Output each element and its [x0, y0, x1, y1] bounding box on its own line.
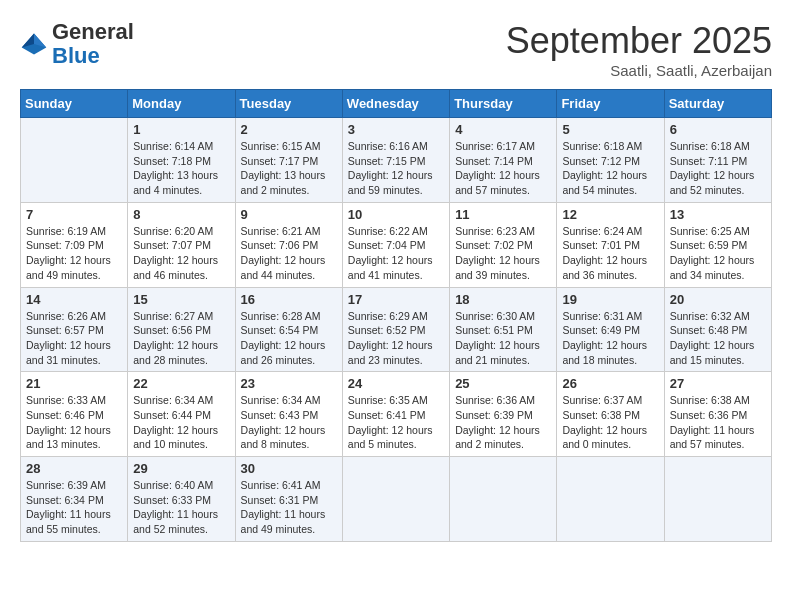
- sunset-text: Sunset: 7:09 PM: [26, 238, 122, 253]
- header-thursday: Thursday: [450, 90, 557, 118]
- sunrise-text: Sunrise: 6:35 AM: [348, 393, 444, 408]
- page-header: General Blue September 2025 Saatli, Saat…: [20, 20, 772, 79]
- daylight-text: Daylight: 12 hours and 39 minutes.: [455, 253, 551, 282]
- daylight-text: Daylight: 13 hours and 2 minutes.: [241, 168, 337, 197]
- day-info: Sunrise: 6:37 AMSunset: 6:38 PMDaylight:…: [562, 393, 658, 452]
- day-info: Sunrise: 6:30 AMSunset: 6:51 PMDaylight:…: [455, 309, 551, 368]
- sunrise-text: Sunrise: 6:32 AM: [670, 309, 766, 324]
- header-saturday: Saturday: [664, 90, 771, 118]
- calendar-cell: 16Sunrise: 6:28 AMSunset: 6:54 PMDayligh…: [235, 287, 342, 372]
- daylight-text: Daylight: 12 hours and 46 minutes.: [133, 253, 229, 282]
- day-info: Sunrise: 6:19 AMSunset: 7:09 PMDaylight:…: [26, 224, 122, 283]
- logo-text: General Blue: [52, 20, 134, 68]
- day-number: 7: [26, 207, 122, 222]
- calendar-cell: 12Sunrise: 6:24 AMSunset: 7:01 PMDayligh…: [557, 202, 664, 287]
- daylight-text: Daylight: 12 hours and 49 minutes.: [26, 253, 122, 282]
- sunset-text: Sunset: 6:46 PM: [26, 408, 122, 423]
- daylight-text: Daylight: 12 hours and 44 minutes.: [241, 253, 337, 282]
- sunset-text: Sunset: 7:02 PM: [455, 238, 551, 253]
- daylight-text: Daylight: 12 hours and 21 minutes.: [455, 338, 551, 367]
- day-info: Sunrise: 6:23 AMSunset: 7:02 PMDaylight:…: [455, 224, 551, 283]
- sunrise-text: Sunrise: 6:40 AM: [133, 478, 229, 493]
- sunset-text: Sunset: 7:06 PM: [241, 238, 337, 253]
- calendar-week-row: 28Sunrise: 6:39 AMSunset: 6:34 PMDayligh…: [21, 457, 772, 542]
- daylight-text: Daylight: 12 hours and 52 minutes.: [670, 168, 766, 197]
- calendar-cell: 11Sunrise: 6:23 AMSunset: 7:02 PMDayligh…: [450, 202, 557, 287]
- day-number: 25: [455, 376, 551, 391]
- day-info: Sunrise: 6:14 AMSunset: 7:18 PMDaylight:…: [133, 139, 229, 198]
- header-tuesday: Tuesday: [235, 90, 342, 118]
- sunrise-text: Sunrise: 6:34 AM: [241, 393, 337, 408]
- day-info: Sunrise: 6:15 AMSunset: 7:17 PMDaylight:…: [241, 139, 337, 198]
- sunrise-text: Sunrise: 6:37 AM: [562, 393, 658, 408]
- day-number: 14: [26, 292, 122, 307]
- day-number: 29: [133, 461, 229, 476]
- calendar-cell: 13Sunrise: 6:25 AMSunset: 6:59 PMDayligh…: [664, 202, 771, 287]
- sunset-text: Sunset: 7:01 PM: [562, 238, 658, 253]
- sunset-text: Sunset: 6:39 PM: [455, 408, 551, 423]
- sunrise-text: Sunrise: 6:28 AM: [241, 309, 337, 324]
- logo: General Blue: [20, 20, 134, 68]
- calendar-cell: 3Sunrise: 6:16 AMSunset: 7:15 PMDaylight…: [342, 118, 449, 203]
- sunset-text: Sunset: 6:33 PM: [133, 493, 229, 508]
- day-info: Sunrise: 6:35 AMSunset: 6:41 PMDaylight:…: [348, 393, 444, 452]
- calendar-week-row: 7Sunrise: 6:19 AMSunset: 7:09 PMDaylight…: [21, 202, 772, 287]
- sunset-text: Sunset: 7:11 PM: [670, 154, 766, 169]
- day-number: 1: [133, 122, 229, 137]
- calendar-cell: 20Sunrise: 6:32 AMSunset: 6:48 PMDayligh…: [664, 287, 771, 372]
- calendar-header-row: SundayMondayTuesdayWednesdayThursdayFrid…: [21, 90, 772, 118]
- daylight-text: Daylight: 12 hours and 28 minutes.: [133, 338, 229, 367]
- day-info: Sunrise: 6:21 AMSunset: 7:06 PMDaylight:…: [241, 224, 337, 283]
- sunset-text: Sunset: 6:41 PM: [348, 408, 444, 423]
- sunrise-text: Sunrise: 6:29 AM: [348, 309, 444, 324]
- daylight-text: Daylight: 12 hours and 34 minutes.: [670, 253, 766, 282]
- sunrise-text: Sunrise: 6:41 AM: [241, 478, 337, 493]
- day-number: 23: [241, 376, 337, 391]
- daylight-text: Daylight: 12 hours and 18 minutes.: [562, 338, 658, 367]
- day-info: Sunrise: 6:18 AMSunset: 7:11 PMDaylight:…: [670, 139, 766, 198]
- calendar-cell: 21Sunrise: 6:33 AMSunset: 6:46 PMDayligh…: [21, 372, 128, 457]
- day-info: Sunrise: 6:29 AMSunset: 6:52 PMDaylight:…: [348, 309, 444, 368]
- sunrise-text: Sunrise: 6:34 AM: [133, 393, 229, 408]
- header-wednesday: Wednesday: [342, 90, 449, 118]
- sunset-text: Sunset: 6:54 PM: [241, 323, 337, 338]
- sunset-text: Sunset: 7:15 PM: [348, 154, 444, 169]
- day-number: 4: [455, 122, 551, 137]
- day-info: Sunrise: 6:36 AMSunset: 6:39 PMDaylight:…: [455, 393, 551, 452]
- header-sunday: Sunday: [21, 90, 128, 118]
- day-info: Sunrise: 6:24 AMSunset: 7:01 PMDaylight:…: [562, 224, 658, 283]
- calendar-cell: 23Sunrise: 6:34 AMSunset: 6:43 PMDayligh…: [235, 372, 342, 457]
- day-number: 15: [133, 292, 229, 307]
- calendar-cell: 29Sunrise: 6:40 AMSunset: 6:33 PMDayligh…: [128, 457, 235, 542]
- daylight-text: Daylight: 12 hours and 2 minutes.: [455, 423, 551, 452]
- day-info: Sunrise: 6:31 AMSunset: 6:49 PMDaylight:…: [562, 309, 658, 368]
- calendar-cell: 22Sunrise: 6:34 AMSunset: 6:44 PMDayligh…: [128, 372, 235, 457]
- day-info: Sunrise: 6:40 AMSunset: 6:33 PMDaylight:…: [133, 478, 229, 537]
- day-info: Sunrise: 6:34 AMSunset: 6:44 PMDaylight:…: [133, 393, 229, 452]
- sunset-text: Sunset: 6:31 PM: [241, 493, 337, 508]
- daylight-text: Daylight: 12 hours and 8 minutes.: [241, 423, 337, 452]
- sunrise-text: Sunrise: 6:18 AM: [670, 139, 766, 154]
- day-info: Sunrise: 6:22 AMSunset: 7:04 PMDaylight:…: [348, 224, 444, 283]
- daylight-text: Daylight: 12 hours and 10 minutes.: [133, 423, 229, 452]
- header-monday: Monday: [128, 90, 235, 118]
- calendar-cell: [21, 118, 128, 203]
- day-number: 22: [133, 376, 229, 391]
- calendar-cell: [450, 457, 557, 542]
- sunrise-text: Sunrise: 6:24 AM: [562, 224, 658, 239]
- calendar-cell: 26Sunrise: 6:37 AMSunset: 6:38 PMDayligh…: [557, 372, 664, 457]
- logo-general: General: [52, 20, 134, 44]
- sunrise-text: Sunrise: 6:36 AM: [455, 393, 551, 408]
- day-number: 19: [562, 292, 658, 307]
- daylight-text: Daylight: 12 hours and 57 minutes.: [455, 168, 551, 197]
- sunrise-text: Sunrise: 6:19 AM: [26, 224, 122, 239]
- day-number: 16: [241, 292, 337, 307]
- day-number: 18: [455, 292, 551, 307]
- calendar-cell: 25Sunrise: 6:36 AMSunset: 6:39 PMDayligh…: [450, 372, 557, 457]
- daylight-text: Daylight: 12 hours and 36 minutes.: [562, 253, 658, 282]
- calendar-cell: 9Sunrise: 6:21 AMSunset: 7:06 PMDaylight…: [235, 202, 342, 287]
- calendar-cell: 27Sunrise: 6:38 AMSunset: 6:36 PMDayligh…: [664, 372, 771, 457]
- sunset-text: Sunset: 7:04 PM: [348, 238, 444, 253]
- daylight-text: Daylight: 12 hours and 31 minutes.: [26, 338, 122, 367]
- daylight-text: Daylight: 12 hours and 54 minutes.: [562, 168, 658, 197]
